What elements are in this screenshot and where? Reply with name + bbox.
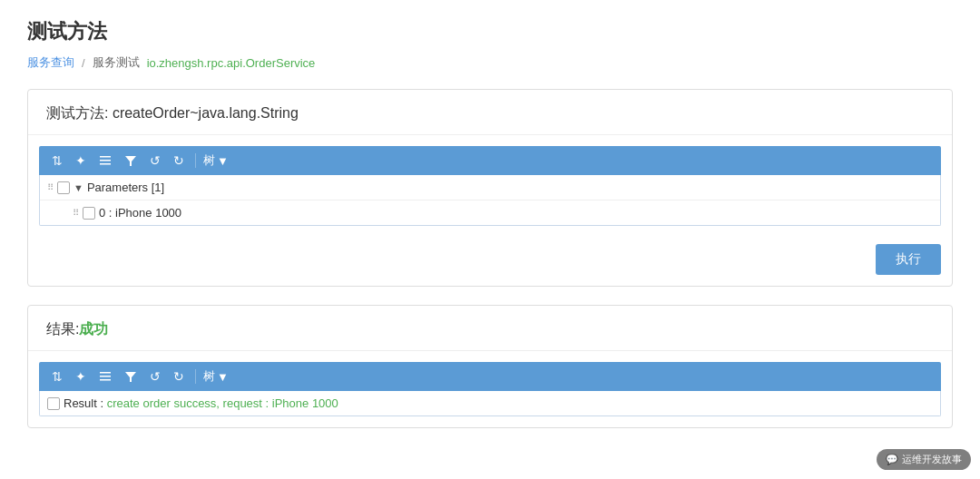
list-button[interactable] [95, 152, 115, 169]
result-tree-dropdown[interactable]: 树 ▼ [203, 368, 229, 385]
result-title: 结果:成功 [28, 306, 952, 351]
breadcrumb: 服务查询 / 服务测试 io.zhengsh.rpc.api.OrderServ… [27, 54, 953, 71]
svg-rect-6 [100, 379, 111, 381]
child-drag-handle[interactable]: ⠿ [73, 208, 79, 218]
toolbar-divider [195, 153, 196, 168]
parameters-row: ⠿ ▼ Parameters [1] [40, 175, 940, 200]
child-checkbox[interactable] [83, 207, 95, 220]
result-toolbar-divider [195, 369, 196, 384]
result-row: Result : create order success, request :… [40, 391, 940, 415]
watermark: 💬 运维开发故事 [877, 449, 971, 470]
execute-btn-row: 执行 [28, 237, 952, 286]
svg-rect-4 [100, 372, 111, 374]
breadcrumb-separator: / [82, 56, 85, 70]
result-undo-button[interactable]: ↺ [146, 367, 164, 386]
breadcrumb-service-query[interactable]: 服务查询 [27, 54, 74, 71]
result-checkbox[interactable] [47, 397, 60, 410]
undo-button[interactable]: ↺ [146, 152, 164, 170]
test-method-card: 测试方法: createOrder~java.lang.String ⇅ ✦ ↺… [27, 89, 953, 287]
filter-button[interactable] [121, 152, 141, 169]
parameter-child-row: ⠿ 0 : iPhone 1000 [40, 200, 940, 225]
result-tree-area: Result : create order success, request :… [39, 391, 941, 416]
watermark-icon: 💬 [886, 454, 898, 465]
tree-dropdown-button[interactable]: 树 ▼ [203, 152, 229, 169]
expand-icon[interactable]: ▼ [74, 182, 83, 193]
result-sort-button[interactable]: ⇅ [48, 367, 66, 386]
svg-rect-1 [100, 160, 111, 161]
result-redo-button[interactable]: ↻ [170, 367, 188, 386]
result-list-button[interactable] [95, 368, 115, 385]
child-label: 0 : iPhone 1000 [99, 206, 181, 220]
test-toolbar: ⇅ ✦ ↺ ↻ 树 ▼ [39, 146, 941, 175]
result-toolbar: ⇅ ✦ ↺ ↻ 树 ▼ [39, 362, 941, 391]
result-card: 结果:成功 ⇅ ✦ ↺ ↻ 树 ▼ Result : create order … [27, 305, 953, 428]
svg-rect-0 [100, 156, 111, 158]
drag-handle[interactable]: ⠿ [47, 182, 54, 192]
result-label: Result : create order success, request :… [64, 396, 338, 410]
page-title: 测试方法 [27, 18, 953, 45]
result-filter-button[interactable] [121, 368, 141, 385]
test-method-title: 测试方法: createOrder~java.lang.String [28, 90, 952, 135]
move-button[interactable]: ✦ [72, 152, 90, 170]
svg-rect-5 [100, 376, 111, 377]
svg-marker-7 [125, 372, 136, 382]
result-row-value: create order success, request : iPhone 1… [107, 396, 338, 410]
breadcrumb-service-name[interactable]: io.zhengsh.rpc.api.OrderService [147, 56, 316, 70]
parameters-label: Parameters [1] [87, 181, 164, 194]
breadcrumb-service-test: 服务测试 [93, 54, 140, 71]
result-status: 成功 [79, 321, 108, 337]
result-title-prefix: 结果: [46, 321, 79, 337]
svg-rect-2 [100, 163, 111, 165]
execute-button[interactable]: 执行 [876, 244, 941, 275]
sort-updown-button[interactable]: ⇅ [48, 152, 66, 170]
result-row-label: Result : [64, 396, 103, 410]
redo-button[interactable]: ↻ [170, 152, 188, 170]
test-tree-area: ⠿ ▼ Parameters [1] ⠿ 0 : iPhone 1000 [39, 175, 941, 226]
chevron-down-icon: ▼ [217, 154, 229, 168]
result-move-button[interactable]: ✦ [72, 367, 90, 386]
parameters-checkbox[interactable] [57, 181, 70, 194]
watermark-text: 运维开发故事 [902, 453, 962, 466]
svg-marker-3 [125, 156, 136, 166]
result-chevron-icon: ▼ [217, 370, 229, 384]
